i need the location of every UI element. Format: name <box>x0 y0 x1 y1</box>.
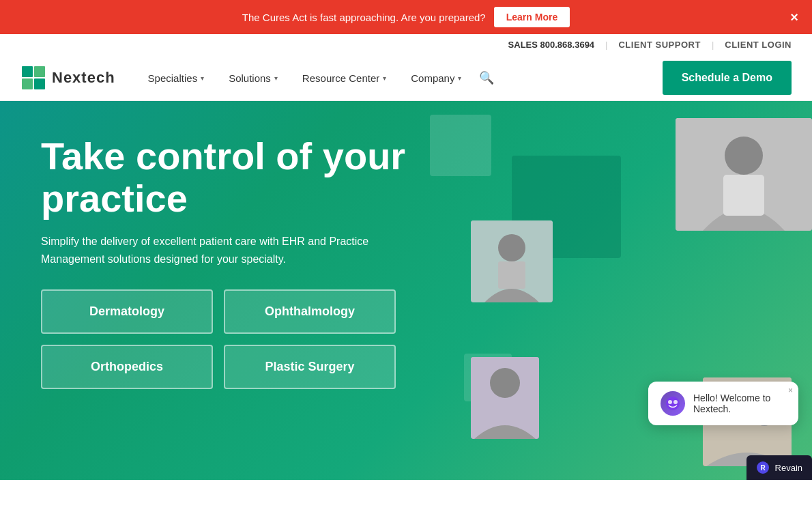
hero-decorations: Hello! Welcome to Nextech. × R Revain <box>403 101 812 480</box>
nav-specialties[interactable]: Specialties ▾ <box>136 66 217 91</box>
specialty-buttons: Dermatology Ophthalmology Orthopedics Pl… <box>41 289 396 389</box>
woman-kayaking-photo <box>471 220 553 302</box>
chat-close-button[interactable]: × <box>788 386 793 395</box>
hero-title: Take control of your practice <box>41 135 409 219</box>
chat-welcome-text: Hello! Welcome to Nextech. <box>693 392 786 414</box>
search-icon: 🔍 <box>479 71 494 85</box>
client-login-link[interactable]: CLIENT LOGIN <box>725 40 792 50</box>
svg-rect-9 <box>498 261 525 289</box>
nav-solutions[interactable]: Solutions ▾ <box>216 66 290 91</box>
secondary-nav: SALES 800.868.3694 | CLIENT SUPPORT | CL… <box>0 34 812 55</box>
hero-content: Take control of your practice Simplify t… <box>41 135 409 389</box>
hero-section: Take control of your practice Simplify t… <box>0 101 812 480</box>
svg-point-17 <box>673 400 678 404</box>
specialty-ophthalmology-button[interactable]: Ophthalmology <box>224 289 396 334</box>
svg-rect-6 <box>723 175 764 216</box>
revain-label: Revain <box>775 463 802 473</box>
svg-point-15 <box>666 397 680 410</box>
company-chevron-icon: ▾ <box>458 74 461 82</box>
specialty-dermatology-button[interactable]: Dermatology <box>41 289 213 334</box>
svg-point-5 <box>725 137 763 175</box>
nav-resource-center[interactable]: Resource Center ▾ <box>290 66 398 91</box>
svg-rect-0 <box>22 66 33 77</box>
chat-logo-icon <box>661 391 685 416</box>
deco-square-1 <box>430 115 491 176</box>
resource-chevron-icon: ▾ <box>383 74 386 82</box>
logo-text: Nextech <box>52 69 115 87</box>
sales-phone: SALES 800.868.3694 <box>508 40 594 50</box>
hero-subtitle: Simplify the delivery of excellent patie… <box>41 233 409 268</box>
svg-text:R: R <box>760 464 766 472</box>
revain-button[interactable]: R Revain <box>746 455 812 480</box>
schedule-demo-button[interactable]: Schedule a Demo <box>663 61 792 95</box>
learn-more-button[interactable]: Learn More <box>494 7 570 27</box>
chat-widget: Hello! Welcome to Nextech. × <box>648 382 798 425</box>
svg-point-16 <box>668 400 672 404</box>
client-support-link[interactable]: CLIENT SUPPORT <box>618 40 700 50</box>
svg-rect-1 <box>34 66 45 77</box>
announcement-bar: The Cures Act is fast approaching. Are y… <box>0 0 812 34</box>
nav-divider-1: | <box>605 40 607 50</box>
specialty-orthopedics-button[interactable]: Orthopedics <box>41 345 213 389</box>
svg-rect-3 <box>34 78 45 89</box>
logo[interactable]: Nextech <box>20 65 115 91</box>
svg-point-11 <box>490 368 520 398</box>
nav-links: Specialties ▾ Solutions ▾ Resource Cente… <box>136 65 652 91</box>
specialty-plastic-surgery-button[interactable]: Plastic Surgery <box>224 345 396 389</box>
woman-portrait-photo <box>471 357 539 439</box>
nav-divider-2: | <box>712 40 714 50</box>
specialties-chevron-icon: ▾ <box>201 74 204 82</box>
nextech-logo-icon <box>20 65 46 91</box>
main-nav: Nextech Specialties ▾ Solutions ▾ Resour… <box>0 55 812 101</box>
solutions-chevron-icon: ▾ <box>274 74 278 82</box>
announcement-text: The Cures Act is fast approaching. Are y… <box>242 12 486 23</box>
revain-icon: R <box>756 461 770 474</box>
doctor-photo <box>676 118 812 231</box>
close-announcement-button[interactable]: × <box>790 10 798 25</box>
svg-point-8 <box>498 234 525 261</box>
search-button[interactable]: 🔍 <box>474 65 499 91</box>
svg-rect-2 <box>22 78 33 89</box>
nav-company[interactable]: Company ▾ <box>398 66 474 91</box>
